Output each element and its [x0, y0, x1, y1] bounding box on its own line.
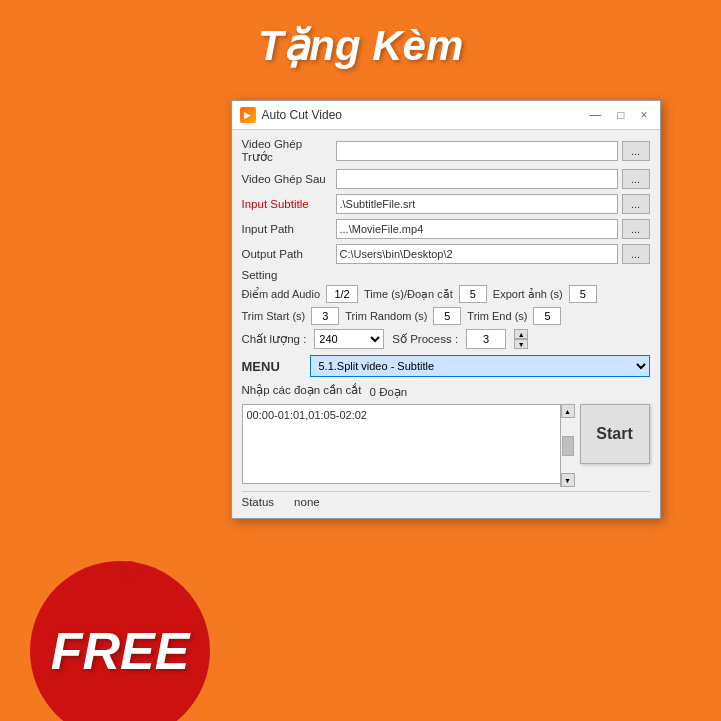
setting-section-label: Setting [242, 269, 650, 281]
dialog-window: ▶ Auto Cut Video — □ × Video Ghép Trước … [231, 100, 661, 519]
scrollbar-down-arrow[interactable]: ▼ [561, 473, 575, 487]
chat-luong-label: Chất lượng : [242, 332, 307, 346]
scrollbar-thumb [562, 436, 574, 456]
trim-start-input[interactable] [311, 307, 339, 325]
trim-start-label: Trim Start (s) [242, 310, 306, 322]
time-doan-cat-label: Time (s)/Đoạn cắt [364, 288, 453, 301]
window-title: Auto Cut Video [262, 108, 343, 122]
input-path-browse[interactable]: ... [622, 219, 650, 239]
title-bar: ▶ Auto Cut Video — □ × [232, 101, 660, 130]
title-bar-left: ▶ Auto Cut Video [240, 107, 343, 123]
scrollbar: ▲ ▼ [560, 404, 574, 487]
maximize-button[interactable]: □ [613, 108, 628, 122]
output-path-label: Output Path [242, 248, 332, 260]
video-ghep-sau-row: Video Ghép Sau ... [242, 169, 650, 189]
diem-add-audio-input[interactable] [326, 285, 358, 303]
video-ghep-truoc-label: Video Ghép Trước [242, 138, 332, 164]
trim-end-label: Trim End (s) [467, 310, 527, 322]
start-button[interactable]: Start [580, 404, 650, 464]
so-process-input[interactable] [466, 329, 506, 349]
trim-end-input[interactable] [533, 307, 561, 325]
output-path-row: Output Path ... [242, 244, 650, 264]
spinner-up[interactable]: ▲ [514, 329, 528, 339]
minimize-button[interactable]: — [585, 108, 605, 122]
video-ghep-truoc-browse[interactable]: ... [622, 141, 650, 161]
window-controls: — □ × [585, 108, 651, 122]
settings-row2: Trim Start (s) Trim Random (s) Trim End … [242, 307, 650, 325]
decorative-circle [120, 561, 140, 581]
menu-label: MENU [242, 359, 302, 374]
settings-row3: Chất lượng : 240 360 480 720 1080 Số Pro… [242, 329, 650, 349]
banner-text: Tặng Kèm [258, 21, 464, 70]
trim-random-label: Trim Random (s) [345, 310, 427, 322]
input-subtitle-input[interactable] [336, 194, 618, 214]
video-ghep-sau-label: Video Ghép Sau [242, 173, 332, 185]
free-text: FREE [51, 621, 190, 681]
export-anh-label: Export ảnh (s) [493, 288, 563, 301]
status-bar: Status none [242, 491, 650, 510]
top-banner: Tặng Kèm [0, 0, 721, 90]
nhap-header-row: Nhập các đoạn cần cắt 0 Đoạn [242, 383, 650, 400]
video-ghep-sau-input[interactable] [336, 169, 618, 189]
video-ghep-sau-browse[interactable]: ... [622, 169, 650, 189]
input-subtitle-browse[interactable]: ... [622, 194, 650, 214]
so-process-spinner[interactable]: ▲ ▼ [514, 329, 528, 349]
time-doan-cat-input[interactable] [459, 285, 487, 303]
nhap-count: 0 Đoạn [370, 385, 408, 399]
app-icon: ▶ [240, 107, 256, 123]
status-label: Status [242, 496, 275, 508]
window-wrapper: ▶ Auto Cut Video — □ × Video Ghép Trước … [200, 90, 691, 621]
input-path-row: Input Path ... [242, 219, 650, 239]
settings-row1: Điểm add Audio Time (s)/Đoạn cắt Export … [242, 285, 650, 303]
input-subtitle-row: Input Subtitle ... [242, 194, 650, 214]
so-process-label: Số Process : [392, 332, 458, 346]
scrollbar-up-arrow[interactable]: ▲ [561, 404, 575, 418]
nhap-label: Nhập các đoạn cần cắt [242, 383, 362, 397]
output-path-input[interactable] [336, 244, 618, 264]
trim-random-input[interactable] [433, 307, 461, 325]
video-ghep-truoc-row: Video Ghép Trước ... [242, 138, 650, 164]
input-path-input[interactable] [336, 219, 618, 239]
status-value: none [294, 496, 320, 508]
dialog-body: Video Ghép Trước ... Video Ghép Sau ... … [232, 130, 660, 518]
export-anh-input[interactable] [569, 285, 597, 303]
textarea-wrapper: ▲ ▼ [242, 404, 574, 487]
bottom-section: ▲ ▼ Start [242, 404, 650, 487]
close-button[interactable]: × [636, 108, 651, 122]
video-ghep-truoc-input[interactable] [336, 141, 618, 161]
menu-row: MENU 5.1.Split video - Subtitle 5.2.Spli… [242, 355, 650, 377]
chat-luong-select[interactable]: 240 360 480 720 1080 [314, 329, 384, 349]
diem-add-audio-label: Điểm add Audio [242, 288, 321, 301]
spinner-down[interactable]: ▼ [514, 339, 528, 349]
output-path-browse[interactable]: ... [622, 244, 650, 264]
input-subtitle-label: Input Subtitle [242, 198, 332, 210]
menu-select[interactable]: 5.1.Split video - Subtitle 5.2.Split vid… [310, 355, 650, 377]
segments-textarea[interactable] [242, 404, 574, 484]
input-path-label: Input Path [242, 223, 332, 235]
